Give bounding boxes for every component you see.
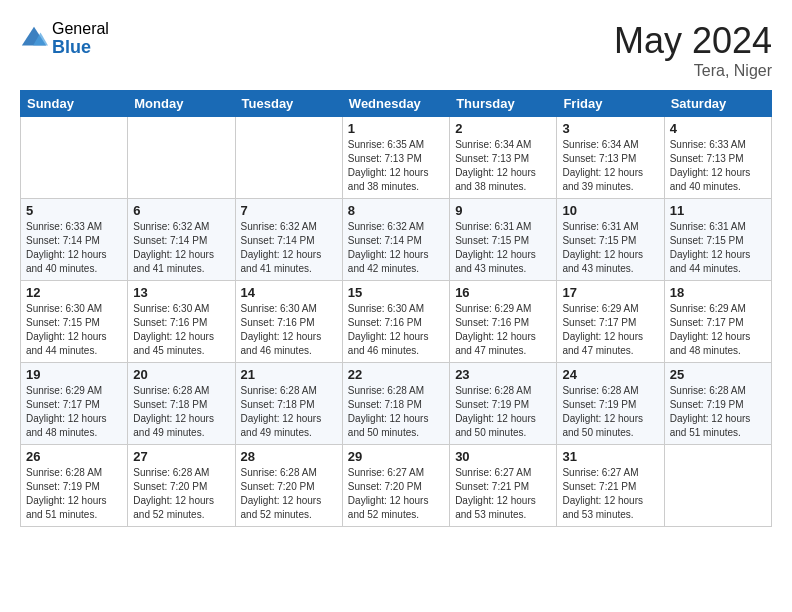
calendar-table: SundayMondayTuesdayWednesdayThursdayFrid… [20,90,772,527]
calendar-day-26: 26Sunrise: 6:28 AM Sunset: 7:19 PM Dayli… [21,445,128,527]
calendar-day-21: 21Sunrise: 6:28 AM Sunset: 7:18 PM Dayli… [235,363,342,445]
day-header-monday: Monday [128,91,235,117]
logo-text: General Blue [52,20,109,57]
calendar-day-28: 28Sunrise: 6:28 AM Sunset: 7:20 PM Dayli… [235,445,342,527]
month-title: May 2024 [614,20,772,62]
day-number: 18 [670,285,766,300]
day-info: Sunrise: 6:30 AM Sunset: 7:16 PM Dayligh… [348,302,444,358]
day-info: Sunrise: 6:32 AM Sunset: 7:14 PM Dayligh… [241,220,337,276]
day-info: Sunrise: 6:31 AM Sunset: 7:15 PM Dayligh… [562,220,658,276]
day-header-thursday: Thursday [450,91,557,117]
calendar-day-17: 17Sunrise: 6:29 AM Sunset: 7:17 PM Dayli… [557,281,664,363]
logo-icon [20,25,48,53]
calendar-day-24: 24Sunrise: 6:28 AM Sunset: 7:19 PM Dayli… [557,363,664,445]
calendar-week-row: 12Sunrise: 6:30 AM Sunset: 7:15 PM Dayli… [21,281,772,363]
page-header: General Blue May 2024 Tera, Niger [20,20,772,80]
day-number: 10 [562,203,658,218]
day-number: 25 [670,367,766,382]
day-info: Sunrise: 6:30 AM Sunset: 7:15 PM Dayligh… [26,302,122,358]
empty-day-cell [21,117,128,199]
day-number: 15 [348,285,444,300]
day-info: Sunrise: 6:28 AM Sunset: 7:20 PM Dayligh… [241,466,337,522]
calendar-day-20: 20Sunrise: 6:28 AM Sunset: 7:18 PM Dayli… [128,363,235,445]
day-info: Sunrise: 6:30 AM Sunset: 7:16 PM Dayligh… [241,302,337,358]
day-info: Sunrise: 6:28 AM Sunset: 7:19 PM Dayligh… [562,384,658,440]
day-number: 2 [455,121,551,136]
day-info: Sunrise: 6:29 AM Sunset: 7:17 PM Dayligh… [26,384,122,440]
day-info: Sunrise: 6:34 AM Sunset: 7:13 PM Dayligh… [455,138,551,194]
day-number: 19 [26,367,122,382]
day-info: Sunrise: 6:28 AM Sunset: 7:19 PM Dayligh… [670,384,766,440]
day-number: 1 [348,121,444,136]
day-info: Sunrise: 6:31 AM Sunset: 7:15 PM Dayligh… [670,220,766,276]
calendar-day-12: 12Sunrise: 6:30 AM Sunset: 7:15 PM Dayli… [21,281,128,363]
calendar-day-29: 29Sunrise: 6:27 AM Sunset: 7:20 PM Dayli… [342,445,449,527]
day-number: 17 [562,285,658,300]
day-number: 21 [241,367,337,382]
day-info: Sunrise: 6:28 AM Sunset: 7:19 PM Dayligh… [455,384,551,440]
calendar-day-10: 10Sunrise: 6:31 AM Sunset: 7:15 PM Dayli… [557,199,664,281]
day-info: Sunrise: 6:32 AM Sunset: 7:14 PM Dayligh… [348,220,444,276]
day-info: Sunrise: 6:28 AM Sunset: 7:19 PM Dayligh… [26,466,122,522]
day-number: 30 [455,449,551,464]
calendar-day-8: 8Sunrise: 6:32 AM Sunset: 7:14 PM Daylig… [342,199,449,281]
day-info: Sunrise: 6:33 AM Sunset: 7:14 PM Dayligh… [26,220,122,276]
day-info: Sunrise: 6:29 AM Sunset: 7:17 PM Dayligh… [670,302,766,358]
day-number: 24 [562,367,658,382]
day-number: 23 [455,367,551,382]
day-number: 28 [241,449,337,464]
logo: General Blue [20,20,109,57]
day-header-sunday: Sunday [21,91,128,117]
calendar-day-25: 25Sunrise: 6:28 AM Sunset: 7:19 PM Dayli… [664,363,771,445]
day-number: 27 [133,449,229,464]
calendar-day-27: 27Sunrise: 6:28 AM Sunset: 7:20 PM Dayli… [128,445,235,527]
day-number: 8 [348,203,444,218]
day-number: 4 [670,121,766,136]
day-info: Sunrise: 6:30 AM Sunset: 7:16 PM Dayligh… [133,302,229,358]
logo-general: General [52,20,109,38]
day-number: 7 [241,203,337,218]
day-number: 31 [562,449,658,464]
day-info: Sunrise: 6:32 AM Sunset: 7:14 PM Dayligh… [133,220,229,276]
calendar-day-19: 19Sunrise: 6:29 AM Sunset: 7:17 PM Dayli… [21,363,128,445]
calendar-header-row: SundayMondayTuesdayWednesdayThursdayFrid… [21,91,772,117]
day-info: Sunrise: 6:34 AM Sunset: 7:13 PM Dayligh… [562,138,658,194]
calendar-day-16: 16Sunrise: 6:29 AM Sunset: 7:16 PM Dayli… [450,281,557,363]
calendar-week-row: 19Sunrise: 6:29 AM Sunset: 7:17 PM Dayli… [21,363,772,445]
day-info: Sunrise: 6:35 AM Sunset: 7:13 PM Dayligh… [348,138,444,194]
calendar-week-row: 26Sunrise: 6:28 AM Sunset: 7:19 PM Dayli… [21,445,772,527]
day-header-wednesday: Wednesday [342,91,449,117]
day-number: 11 [670,203,766,218]
day-number: 13 [133,285,229,300]
day-info: Sunrise: 6:28 AM Sunset: 7:18 PM Dayligh… [241,384,337,440]
empty-day-cell [664,445,771,527]
calendar-day-5: 5Sunrise: 6:33 AM Sunset: 7:14 PM Daylig… [21,199,128,281]
calendar-day-11: 11Sunrise: 6:31 AM Sunset: 7:15 PM Dayli… [664,199,771,281]
calendar-day-31: 31Sunrise: 6:27 AM Sunset: 7:21 PM Dayli… [557,445,664,527]
calendar-day-9: 9Sunrise: 6:31 AM Sunset: 7:15 PM Daylig… [450,199,557,281]
day-info: Sunrise: 6:29 AM Sunset: 7:16 PM Dayligh… [455,302,551,358]
day-number: 12 [26,285,122,300]
day-info: Sunrise: 6:28 AM Sunset: 7:20 PM Dayligh… [133,466,229,522]
calendar-day-14: 14Sunrise: 6:30 AM Sunset: 7:16 PM Dayli… [235,281,342,363]
calendar-day-30: 30Sunrise: 6:27 AM Sunset: 7:21 PM Dayli… [450,445,557,527]
day-number: 22 [348,367,444,382]
day-header-friday: Friday [557,91,664,117]
day-info: Sunrise: 6:27 AM Sunset: 7:20 PM Dayligh… [348,466,444,522]
calendar-day-7: 7Sunrise: 6:32 AM Sunset: 7:14 PM Daylig… [235,199,342,281]
day-info: Sunrise: 6:33 AM Sunset: 7:13 PM Dayligh… [670,138,766,194]
calendar-day-2: 2Sunrise: 6:34 AM Sunset: 7:13 PM Daylig… [450,117,557,199]
calendar-week-row: 5Sunrise: 6:33 AM Sunset: 7:14 PM Daylig… [21,199,772,281]
calendar-day-4: 4Sunrise: 6:33 AM Sunset: 7:13 PM Daylig… [664,117,771,199]
calendar-week-row: 1Sunrise: 6:35 AM Sunset: 7:13 PM Daylig… [21,117,772,199]
day-header-tuesday: Tuesday [235,91,342,117]
day-number: 29 [348,449,444,464]
calendar-day-22: 22Sunrise: 6:28 AM Sunset: 7:18 PM Dayli… [342,363,449,445]
day-header-saturday: Saturday [664,91,771,117]
calendar-day-1: 1Sunrise: 6:35 AM Sunset: 7:13 PM Daylig… [342,117,449,199]
calendar-day-3: 3Sunrise: 6:34 AM Sunset: 7:13 PM Daylig… [557,117,664,199]
day-number: 3 [562,121,658,136]
calendar-day-15: 15Sunrise: 6:30 AM Sunset: 7:16 PM Dayli… [342,281,449,363]
logo-blue: Blue [52,38,109,58]
calendar-day-13: 13Sunrise: 6:30 AM Sunset: 7:16 PM Dayli… [128,281,235,363]
